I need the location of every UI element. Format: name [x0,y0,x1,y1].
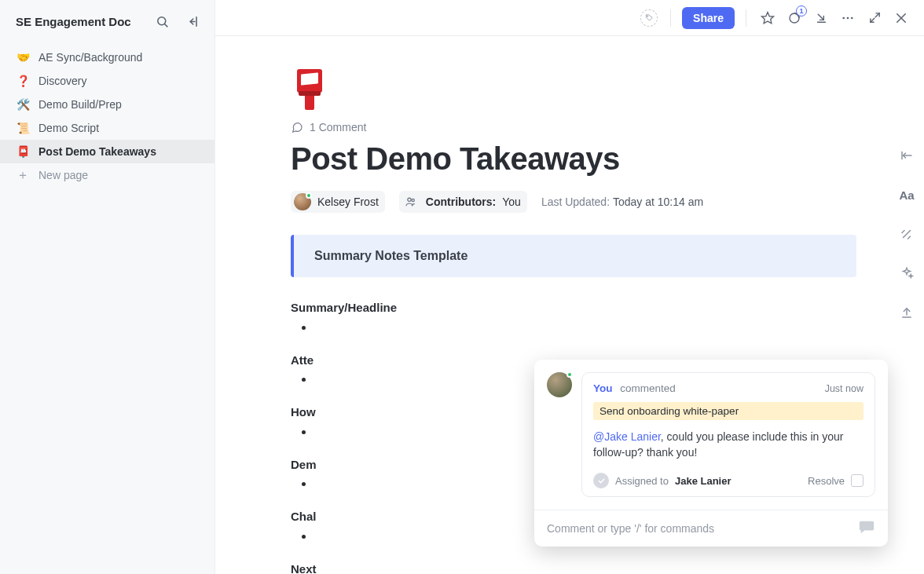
callout-block[interactable]: Summary Notes Template [291,235,856,277]
download-icon[interactable] [811,8,831,28]
svg-point-10 [847,16,849,19]
search-icon[interactable] [152,11,172,31]
section-heading-summary[interactable]: Summary/Headline [291,299,856,316]
postbox-icon: 📮 [16,146,30,157]
author-chip[interactable]: Kelsey Frost [291,191,385,213]
sidebar-item-label: Demo Build/Prep [38,98,122,111]
main: Share 1 [215,0,924,574]
svg-rect-19 [299,91,321,96]
sidebar-item-label: Discovery [38,75,86,87]
resolve-checkbox[interactable] [851,474,864,487]
svg-point-11 [851,16,853,19]
svg-marker-5 [762,12,774,23]
ai-icon[interactable] [897,225,916,243]
sparkle-icon[interactable] [897,264,916,283]
plus-icon: ＋ [16,169,30,181]
share-button[interactable]: Share [682,7,735,29]
right-rail: Aa [897,146,916,322]
sidebar-item-ae-sync[interactable]: 🤝 AE Sync/Background [0,46,214,69]
more-icon[interactable] [838,8,858,28]
content: 1 Comment Post Demo Takeaways Kelsey Fro… [215,36,924,574]
check-icon [593,473,609,488]
sidebar-item-label: Post Demo Takeaways [38,145,156,158]
question-icon: ❓ [16,75,30,86]
topbar-divider [670,9,671,27]
sidebar-item-demo-script[interactable]: 📜 Demo Script [0,116,214,140]
sidebar-new-page[interactable]: ＋ New page [0,163,214,187]
author-name: Kelsey Frost [317,196,379,208]
tools-icon: 🛠️ [16,99,30,110]
comment-card: You commented Just now Send onboarding w… [581,372,875,497]
svg-line-13 [870,18,874,22]
svg-line-12 [875,13,879,17]
comment-count-text: 1 Comment [310,121,366,133]
text-style-icon[interactable]: Aa [897,185,916,204]
handshake-icon: 🤝 [16,52,30,63]
send-comment-icon[interactable] [858,518,875,539]
comment-author: You [593,382,613,394]
sidebar-item-discovery[interactable]: ❓ Discovery [0,69,214,93]
notification-badge: 1 [796,5,807,16]
comment-icon [291,121,303,133]
comment-popover: You commented Just now Send onboarding w… [534,360,888,547]
topbar-divider [746,9,746,27]
contributors-label: Contributors: [426,196,496,208]
resolve-control[interactable]: Resolve [808,474,864,487]
tag-icon[interactable] [639,8,659,28]
comment-timestamp: Just now [825,383,864,394]
svg-point-21 [412,199,414,201]
avatar [547,372,572,397]
last-updated: Last Updated: Today at 10:14 am [541,196,703,208]
svg-line-7 [818,14,823,20]
comment-input-row [534,510,888,547]
comment-quote: Send onboarding white-paper [593,402,864,420]
comment-body: @Jake Lanier, could you please include t… [593,430,864,460]
notifications-icon[interactable]: 1 [784,8,805,28]
last-updated-value: Today at 10:14 am [613,196,703,208]
sidebar-item-demo-build[interactable]: 🛠️ Demo Build/Prep [0,93,214,116]
comment-author-line: You commented [593,382,676,394]
expand-icon[interactable] [864,8,885,28]
svg-rect-17 [301,72,318,85]
sidebar-item-label: Demo Script [38,122,99,134]
upload-icon[interactable] [897,303,916,322]
star-icon[interactable] [757,8,778,28]
assignee-name[interactable]: Jake Lanier [675,475,732,487]
page-title[interactable]: Post Demo Takeaways [291,141,856,177]
svg-point-20 [408,198,411,201]
assigned-to: Assigned to Jake Lanier [593,473,731,488]
last-updated-label: Last Updated: [541,196,610,208]
close-icon[interactable] [891,8,911,28]
comment-verb [615,382,618,394]
contributors-chip[interactable]: Contributors: You [399,191,527,213]
meta-row: Kelsey Frost Contributors: You Last Upda… [291,191,856,213]
scroll-icon: 📜 [16,122,30,133]
contributors-value: You [502,196,521,208]
comment-verb-text: commented [620,382,676,394]
svg-point-9 [842,16,845,19]
section-heading-next[interactable]: Next [291,561,856,575]
resolve-label: Resolve [808,475,845,487]
topbar: Share 1 [215,0,924,36]
assigned-label: Assigned to [615,475,669,487]
document-icon[interactable] [291,68,328,112]
sidebar: SE Engagement Doc 🤝 AE Sync/Background ❓… [0,0,215,574]
comment-input[interactable] [547,522,850,535]
sidebar-item-label: New page [38,169,88,181]
sidebar-item-post-demo[interactable]: 📮 Post Demo Takeaways [0,140,214,163]
outdent-icon[interactable] [897,146,916,165]
svg-point-4 [647,16,647,16]
collapse-sidebar-icon[interactable] [183,11,204,31]
avatar [294,193,311,210]
svg-line-1 [164,24,167,26]
list-item[interactable] [314,319,856,336]
sidebar-item-label: AE Sync/Background [38,51,142,64]
people-icon [402,193,420,210]
comment-count[interactable]: 1 Comment [291,121,856,133]
sidebar-title: SE Engagement Doc [16,15,131,28]
mention[interactable]: @Jake Lanier [593,430,661,443]
sidebar-nav: 🤝 AE Sync/Background ❓ Discovery 🛠️ Demo… [0,39,214,187]
